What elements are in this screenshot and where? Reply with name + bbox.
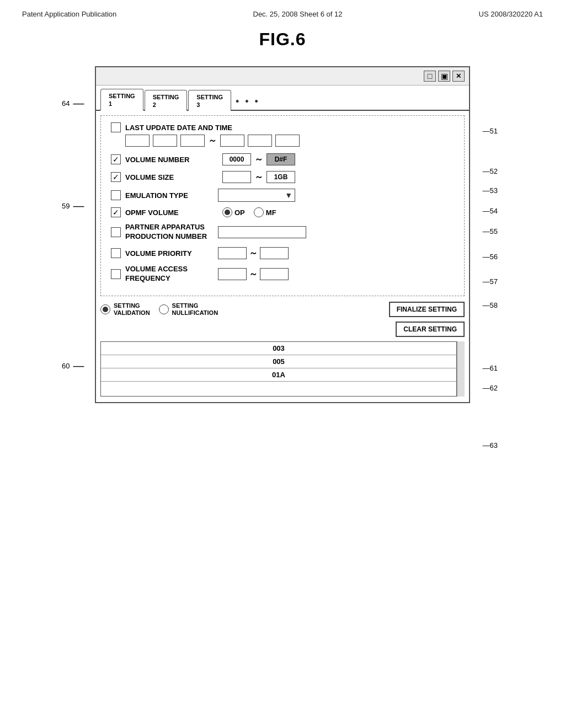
- validation-radio-label: SETTINGVALIDATION: [114, 302, 150, 317]
- annotation-59: 59 —: [62, 200, 84, 212]
- annotation-52: —52: [483, 167, 498, 175]
- list-item-1[interactable]: 003: [101, 342, 456, 355]
- validation-radio-circle: [100, 304, 110, 314]
- date-field-3[interactable]: [180, 135, 205, 147]
- date-field-4[interactable]: [220, 135, 244, 147]
- partner-apparatus-label: PARTNER APPARATUSPRODUCTION NUMBER: [125, 223, 214, 242]
- mf-radio-circle: [254, 207, 264, 217]
- volume-from-field[interactable]: 0000: [222, 153, 251, 165]
- clear-setting-button[interactable]: CLEAR SETTING: [396, 322, 465, 337]
- opmf-mf-radio[interactable]: MF: [254, 207, 276, 217]
- volume-to-field[interactable]: D#F: [266, 153, 295, 165]
- volume-priority-to[interactable]: [260, 247, 289, 259]
- partner-apparatus-section: PARTNER APPARATUSPRODUCTION NUMBER: [111, 223, 454, 242]
- main-window: □ ▣ ✕ SETTING1 SETTING2 SETTING3 • • •: [95, 66, 470, 403]
- emulation-type-label: EMULATION TYPE: [125, 191, 214, 200]
- annotation-57: —57: [483, 277, 498, 286]
- volume-priority-checkbox[interactable]: [111, 248, 121, 258]
- opmf-volume-section: ✓ OPMF VOLUME OP MF: [111, 207, 454, 217]
- list-scrollbar[interactable]: [457, 341, 465, 397]
- date-tilde: ～: [208, 135, 217, 147]
- nullification-radio-label: SETTINGNULLIFICATION: [172, 302, 218, 317]
- minimize-button[interactable]: □: [424, 71, 436, 82]
- dropdown-arrow-icon: ▼: [285, 191, 292, 200]
- opmf-volume-checkbox[interactable]: ✓: [111, 207, 121, 217]
- figure-title: FIG.6: [0, 29, 565, 50]
- emulation-type-dropdown[interactable]: ▼: [218, 189, 295, 202]
- list-empty-space: [101, 382, 456, 397]
- setting-validation-radio-group[interactable]: SETTINGVALIDATION: [100, 302, 150, 317]
- annotation-63: —63: [483, 441, 498, 449]
- list-item-3[interactable]: 01A: [101, 368, 456, 382]
- volume-access-section: VOLUME ACCESSFREQUENCY ～: [111, 265, 454, 283]
- volume-access-from[interactable]: [218, 268, 247, 280]
- page-header: Patent Application Publication Dec. 25, …: [0, 0, 565, 24]
- tab-dots: • • •: [232, 96, 265, 110]
- volume-priority-fields: ～: [218, 247, 289, 259]
- volume-priority-section: VOLUME PRIORITY ～: [111, 247, 454, 259]
- volume-size-to-field[interactable]: 1GB: [266, 171, 295, 183]
- volume-number-fields: 0000 ～ D#F: [222, 153, 295, 165]
- annotation-58: —58: [483, 301, 498, 309]
- nullification-radio-circle: [159, 304, 169, 314]
- emulation-type-checkbox[interactable]: [111, 190, 121, 200]
- volume-priority-label: VOLUME PRIORITY: [125, 249, 214, 258]
- tabs-row: SETTING1 SETTING2 SETTING3 • • •: [96, 88, 469, 111]
- volume-priority-from[interactable]: [218, 247, 247, 259]
- date-field-6[interactable]: [275, 135, 300, 147]
- annotation-53: —53: [483, 186, 498, 195]
- list-item-2[interactable]: 005: [101, 355, 456, 368]
- opmf-op-radio[interactable]: OP: [222, 207, 245, 217]
- last-update-section: LAST UPDATE DATE AND TIME ～: [111, 122, 454, 147]
- volume-size-from-field[interactable]: [222, 171, 251, 183]
- volume-number-checkbox[interactable]: ✓: [111, 154, 121, 164]
- annotation-62: —62: [483, 384, 498, 392]
- date-field-2[interactable]: [153, 135, 177, 147]
- tab-setting3[interactable]: SETTING3: [188, 90, 231, 111]
- annotation-64: 64 —: [62, 97, 84, 110]
- close-button[interactable]: ✕: [452, 71, 465, 82]
- volume-size-section: ✓ VOLUME SIZE ～ 1GB: [111, 171, 454, 183]
- finalize-setting-button[interactable]: FINALIZE SETTING: [389, 302, 465, 317]
- clear-setting-row: CLEAR SETTING: [100, 322, 465, 337]
- volume-access-fields: ～: [218, 268, 289, 280]
- volume-number-label: VOLUME NUMBER: [125, 156, 214, 164]
- opmf-volume-label: OPMF VOLUME: [125, 208, 214, 217]
- volume-access-checkbox[interactable]: [111, 269, 121, 279]
- annotation-55: —55: [483, 227, 498, 235]
- opmf-radio-group: OP MF: [222, 207, 276, 217]
- partner-apparatus-checkbox[interactable]: [111, 227, 121, 237]
- volume-size-label: VOLUME SIZE: [125, 173, 214, 181]
- header-middle: Dec. 25, 2008 Sheet 6 of 12: [253, 10, 343, 18]
- bottom-controls: SETTINGVALIDATION SETTINGNULLIFICATION F…: [100, 302, 465, 317]
- op-label: OP: [234, 208, 245, 217]
- mf-label: MF: [266, 208, 276, 217]
- date-field-1[interactable]: [125, 135, 150, 147]
- volume-access-label: VOLUME ACCESSFREQUENCY: [125, 265, 214, 283]
- last-update-checkbox[interactable]: [111, 122, 121, 132]
- partner-apparatus-field[interactable]: [218, 226, 306, 238]
- volume-size-checkbox[interactable]: ✓: [111, 172, 121, 182]
- list-panel: 003 005 01A: [100, 341, 457, 397]
- header-left: Patent Application Publication: [22, 10, 116, 18]
- date-field-5[interactable]: [248, 135, 272, 147]
- volume-size-fields: ～ 1GB: [222, 171, 295, 183]
- annotation-60: 60 —: [62, 360, 84, 372]
- annotation-54: —54: [483, 207, 498, 215]
- tab-setting1[interactable]: SETTING1: [100, 89, 143, 111]
- emulation-type-section: EMULATION TYPE ▼: [111, 189, 454, 202]
- tab-setting2[interactable]: SETTING2: [145, 90, 188, 111]
- annotation-56: —56: [483, 253, 498, 261]
- volume-number-section: ✓ VOLUME NUMBER 0000 ～ D#F: [111, 153, 454, 165]
- annotation-51: —51: [483, 127, 498, 135]
- header-right: US 2008/320220 A1: [479, 10, 543, 18]
- volume-access-to[interactable]: [260, 268, 289, 280]
- annotation-61: —61: [483, 364, 498, 372]
- list-panel-wrapper: 003 005 01A: [100, 341, 465, 397]
- last-update-label: LAST UPDATE DATE AND TIME: [125, 124, 232, 132]
- op-radio-circle: [222, 207, 232, 217]
- setting-nullification-radio-group[interactable]: SETTINGNULLIFICATION: [159, 302, 218, 317]
- content-area: LAST UPDATE DATE AND TIME ～ ✓ VOLUME NUM…: [100, 115, 465, 296]
- maximize-button[interactable]: ▣: [438, 71, 450, 82]
- window-titlebar: □ ▣ ✕: [96, 67, 469, 85]
